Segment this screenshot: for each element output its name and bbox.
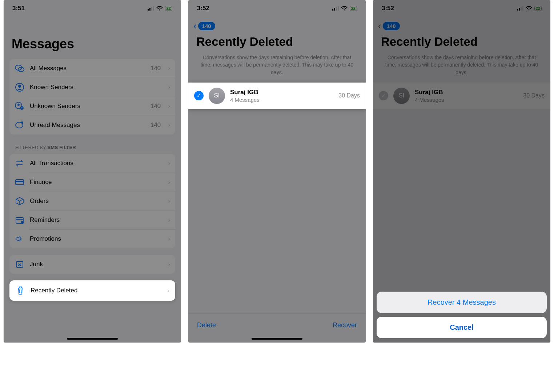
chevron-right-icon: › (168, 84, 170, 91)
row-label: Known Senders (30, 84, 163, 91)
row-label: Finance (30, 179, 163, 186)
filter-known-senders[interactable]: Known Senders › (9, 78, 175, 97)
status-time: 3:52 (197, 5, 209, 12)
calendar-icon (15, 215, 25, 225)
row-label: Reminders (30, 216, 163, 224)
status-bar: 3:52 22 (373, 0, 550, 17)
row-label: Junk (30, 261, 163, 268)
deletion-info: Conversations show the days remaining be… (188, 54, 366, 83)
chevron-right-icon: › (168, 179, 170, 186)
action-sheet: Recover 4 Messages Cancel (377, 292, 547, 338)
svg-rect-0 (148, 9, 149, 11)
avatar: SI (393, 88, 410, 104)
chevron-right-icon: › (168, 197, 170, 205)
svg-rect-24 (517, 9, 518, 11)
svg-rect-26 (521, 7, 522, 11)
conversation-text: Suraj IGB 4 Messages (415, 89, 518, 103)
row-label: All Messages (30, 65, 145, 72)
cancel-button[interactable]: Cancel (377, 317, 547, 338)
status-indicators: 22 (332, 6, 357, 11)
row-count: 140 (150, 121, 161, 129)
home-indicator (252, 338, 302, 340)
chevron-right-icon: › (167, 287, 169, 294)
chevron-left-icon: ‹ (378, 20, 381, 32)
battery-icon: 22 (165, 6, 172, 11)
box-icon (15, 196, 25, 206)
row-label: Unknown Senders (30, 103, 145, 110)
checkmark-icon[interactable]: ✓ (194, 91, 204, 100)
filter-unknown-senders[interactable]: ? Unknown Senders 140 › (9, 97, 175, 116)
svg-rect-15 (16, 181, 24, 182)
category-orders[interactable]: Orders › (9, 192, 175, 211)
filter-recently-deleted[interactable]: Recently Deleted › (9, 280, 175, 301)
status-bar: 3:51 22 (4, 0, 181, 17)
back-button[interactable]: ‹ 140 (378, 20, 400, 32)
deletion-info: Conversations show the days remaining be… (373, 54, 550, 83)
row-count: 140 (150, 103, 161, 110)
wifi-icon (526, 6, 532, 11)
chat-dot-icon (15, 120, 25, 130)
category-finance[interactable]: Finance › (9, 173, 175, 192)
home-indicator (67, 338, 118, 340)
category-group: All Transactions › Finance › Orders › Re… (9, 154, 175, 248)
svg-text:?: ? (21, 107, 23, 110)
person-icon (15, 82, 25, 92)
row-count: 140 (150, 65, 161, 72)
page-title: Messages (4, 17, 181, 57)
contact-name: Suraj IGB (415, 89, 518, 96)
days-left: 30 Days (338, 92, 360, 99)
wifi-icon (341, 6, 348, 11)
filter-junk[interactable]: Junk › (9, 255, 175, 274)
svg-rect-21 (334, 8, 335, 11)
conversation-row[interactable]: ✓ SI Suraj IGB 4 Messages 30 Days (188, 83, 366, 109)
svg-point-9 (17, 104, 20, 106)
category-reminders[interactable]: Reminders › (9, 211, 175, 229)
svg-rect-20 (332, 9, 333, 11)
battery-icon: 22 (534, 6, 542, 11)
svg-rect-1 (149, 8, 150, 11)
row-label: Orders (30, 197, 163, 205)
status-indicators: 22 (517, 6, 542, 11)
svg-rect-23 (338, 6, 339, 11)
chevron-right-icon: › (168, 235, 170, 243)
delete-button[interactable]: Delete (197, 321, 216, 329)
screen-recently-deleted-sheet: 3:52 22 ‹ 140 Recently Deleted Conversat… (373, 0, 550, 343)
chevron-left-icon: ‹ (193, 20, 197, 32)
avatar: SI (209, 88, 225, 104)
filter-unread-messages[interactable]: Unread Messages 140 › (9, 116, 175, 135)
row-label: All Transactions (30, 160, 163, 167)
svg-rect-27 (522, 6, 523, 11)
category-promotions[interactable]: Promotions › (9, 229, 175, 248)
row-label: Promotions (30, 235, 163, 243)
svg-rect-25 (519, 8, 520, 11)
chevron-right-icon: › (168, 160, 170, 167)
wifi-icon (156, 6, 163, 11)
category-all-transactions[interactable]: All Transactions › (9, 154, 175, 173)
signal-icon (332, 6, 339, 11)
section-heading: FILTERED BY SMS FILTER (4, 141, 181, 152)
back-badge: 140 (198, 22, 215, 30)
conversation-row[interactable]: ✓ SI Suraj IGB 4 Messages 30 Days (373, 83, 550, 109)
status-bar: 3:52 22 (188, 0, 366, 17)
svg-point-7 (18, 85, 21, 88)
filter-all-messages[interactable]: All Messages 140 › (9, 59, 175, 78)
svg-rect-3 (153, 6, 154, 11)
recover-messages-button[interactable]: Recover 4 Messages (377, 292, 547, 313)
battery-icon: 22 (350, 6, 357, 11)
junk-icon (15, 259, 25, 269)
chevron-right-icon: › (168, 121, 170, 129)
back-button[interactable]: ‹ 140 (193, 20, 215, 32)
status-time: 3:51 (12, 5, 25, 12)
signal-icon (148, 6, 154, 11)
signal-icon (517, 6, 523, 11)
back-badge: 140 (383, 22, 400, 30)
recover-button[interactable]: Recover (333, 321, 357, 329)
status-time: 3:52 (382, 5, 394, 12)
junk-group: Junk › (9, 255, 175, 274)
swap-icon (15, 158, 25, 168)
svg-point-18 (21, 221, 24, 224)
days-left: 30 Days (523, 92, 545, 99)
contact-name: Suraj IGB (230, 89, 333, 96)
checkmark-icon[interactable]: ✓ (379, 91, 388, 100)
message-count: 4 Messages (415, 97, 518, 103)
